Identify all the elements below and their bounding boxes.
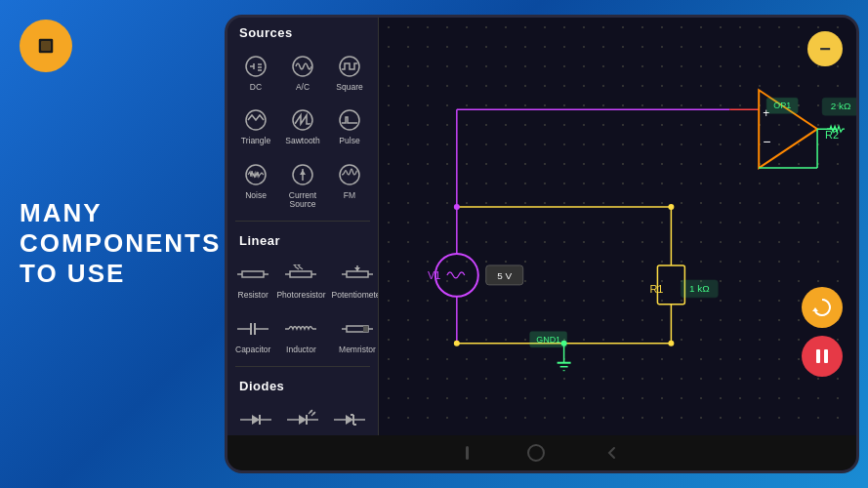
fm-icon <box>332 160 367 189</box>
svg-rect-38 <box>242 271 264 277</box>
hero-text: MANY COMPONENTS TO USE <box>20 198 221 290</box>
component-diode[interactable]: Diode <box>233 399 278 435</box>
component-panel: Sources DC <box>227 18 379 435</box>
zener-icon <box>332 405 367 434</box>
menu-nav-icon[interactable] <box>466 446 469 460</box>
svg-text:5 V: 5 V <box>497 270 512 281</box>
sawtooth-label: Sawtooth <box>285 137 319 145</box>
resistor-icon <box>235 260 270 289</box>
component-inductor[interactable]: Inductor <box>274 308 327 360</box>
svg-marker-46 <box>297 264 301 266</box>
resistor-label: Resistor <box>238 291 269 300</box>
diodes-grid: Diode <box>227 397 378 435</box>
svg-point-14 <box>246 57 266 76</box>
svg-line-44 <box>299 266 303 269</box>
inductor-label: Inductor <box>286 346 316 354</box>
circuit-diagram: 5 V V1 R1 1 kΩ OP1 2 kΩ R2 <box>379 18 856 435</box>
component-potentiometer[interactable]: Potentiometer <box>329 254 379 305</box>
component-resistor[interactable]: Resistor <box>233 254 272 305</box>
minus-button[interactable]: − <box>807 31 843 66</box>
component-sawtooth[interactable]: Sawtooth <box>280 100 325 151</box>
svg-point-29 <box>341 111 358 129</box>
refresh-button[interactable] <box>802 287 843 328</box>
svg-rect-1 <box>41 41 51 51</box>
svg-rect-133 <box>816 349 820 363</box>
section-divider-1 <box>235 221 370 222</box>
component-fm[interactable]: FM <box>327 154 372 216</box>
sources-grid: DC A/C <box>227 44 378 217</box>
home-nav-button[interactable] <box>527 444 545 462</box>
current-source-icon <box>285 160 320 189</box>
chip-icon <box>20 20 72 72</box>
svg-marker-45 <box>293 264 297 266</box>
pulse-icon <box>332 105 367 135</box>
svg-rect-134 <box>824 349 828 363</box>
diodes-title: Diodes <box>227 371 378 397</box>
dc-label: DC <box>250 83 262 92</box>
noise-label: Noise <box>245 191 267 200</box>
led-icon <box>285 405 320 434</box>
pause-button[interactable] <box>802 336 843 377</box>
photoresistor-icon <box>283 260 318 289</box>
linear-title: Linear <box>227 225 378 252</box>
capacitor-icon <box>235 314 270 344</box>
noise-icon <box>238 160 273 189</box>
component-square[interactable]: Square <box>327 46 372 98</box>
component-dc[interactable]: DC <box>233 46 278 98</box>
component-led[interactable]: LED <box>280 399 325 435</box>
svg-point-131 <box>561 341 567 346</box>
svg-marker-75 <box>346 415 353 425</box>
hero-line3: TO USE <box>20 260 221 290</box>
svg-rect-48 <box>347 271 368 277</box>
component-pulse[interactable]: Pulse <box>327 100 372 151</box>
fm-label: FM <box>344 191 355 200</box>
svg-text:R1: R1 <box>649 283 663 295</box>
component-memristor[interactable]: Memristor <box>329 308 379 360</box>
svg-text:GND1: GND1 <box>536 335 560 345</box>
component-photoresistor[interactable]: Photoresistor <box>274 254 327 305</box>
svg-line-43 <box>295 266 299 269</box>
svg-point-28 <box>340 110 359 130</box>
tablet-nav <box>227 435 856 470</box>
tablet-content: Sources DC <box>227 18 856 435</box>
svg-point-104 <box>435 254 478 297</box>
svg-marker-34 <box>300 170 306 175</box>
square-label: Square <box>336 83 362 92</box>
ac-icon <box>285 52 320 81</box>
svg-point-127 <box>454 204 460 210</box>
svg-text:1 kΩ: 1 kΩ <box>689 283 710 294</box>
nav-line-1 <box>466 446 469 460</box>
component-ac[interactable]: A/C <box>280 46 325 98</box>
potentiometer-icon <box>340 260 375 289</box>
ac-label: A/C <box>296 83 310 92</box>
svg-text:2 kΩ: 2 kΩ <box>831 101 851 111</box>
svg-point-128 <box>454 341 460 346</box>
svg-point-129 <box>668 204 674 210</box>
hero-line1: MANY <box>20 198 221 228</box>
hero-line2: COMPONENTS <box>20 228 221 259</box>
svg-text:OP1: OP1 <box>773 101 791 110</box>
capacitor-label: Capacitor <box>235 346 270 354</box>
triangle-label: Triangle <box>241 137 270 145</box>
component-current[interactable]: Current Source <box>280 154 325 216</box>
tablet-frame: Sources DC <box>225 15 859 473</box>
component-noise[interactable]: Noise <box>233 154 278 216</box>
sources-title: Sources <box>227 18 378 44</box>
svg-marker-132 <box>812 307 818 311</box>
section-divider-2 <box>235 366 370 367</box>
svg-rect-41 <box>290 271 311 277</box>
diode-icon <box>238 405 273 434</box>
svg-point-130 <box>668 341 674 346</box>
svg-rect-60 <box>363 326 368 332</box>
component-capacitor[interactable]: Capacitor <box>233 308 272 360</box>
pulse-label: Pulse <box>339 137 359 145</box>
linear-grid: Resistor <box>227 252 378 362</box>
circuit-canvas: − <box>379 18 856 435</box>
svg-text:+: + <box>763 106 769 120</box>
square-wave-icon <box>332 52 367 81</box>
component-triangle[interactable]: Triangle <box>233 100 278 151</box>
back-nav-button[interactable] <box>603 445 619 461</box>
component-zener[interactable]: Zener <box>327 399 372 435</box>
photoresistor-label: Photoresistor <box>276 291 325 300</box>
memristor-icon <box>340 314 375 344</box>
